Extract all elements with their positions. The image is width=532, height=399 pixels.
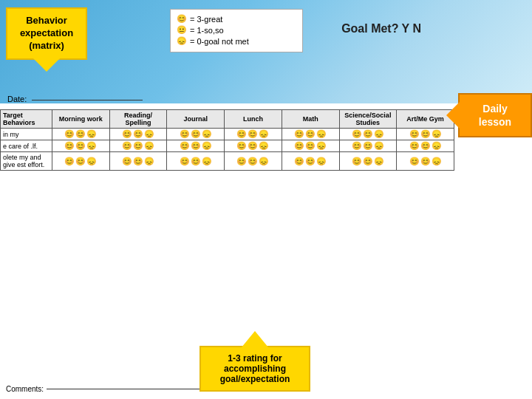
table-row: e care of .lf. 😊😊😞 😊😊😞 😊😊😞 😊😊😞 😊😊😞 😊😊😞 😊… [1, 140, 454, 152]
rating-cell: 😊😊😞 [397, 152, 454, 171]
rating-cell: 😊😊😞 [282, 129, 339, 140]
col-morning-work: Morning work [52, 110, 110, 129]
behavior-table: Target Behaviors Morning work Reading/ S… [0, 109, 454, 171]
col-target-behaviors: Target Behaviors [1, 110, 52, 129]
comments-label: Comments: [6, 385, 44, 393]
rating-cell: 😊😊😞 [167, 140, 225, 152]
rating-cell: 😊😊😞 [339, 152, 397, 171]
daily-lesson-box: Daily lesson [458, 93, 532, 137]
rating-cell: 😊😊😞 [167, 129, 225, 140]
goal-met-label: Goal Met? Y N [341, 22, 421, 35]
behavior-cell: olete my and give est effort. [1, 152, 52, 171]
col-math: Math [282, 110, 339, 129]
col-reading-spelling: Reading/ Spelling [109, 110, 167, 129]
col-science: Science/Social Studies [339, 110, 397, 129]
behavior-expectation-box: Behavior expectation (matrix) [6, 7, 87, 60]
legend-so-icon: 😐 [177, 25, 187, 35]
legend-not-met-icon: 😞 [177, 36, 187, 46]
rating-cell: 😊😊😞 [282, 140, 339, 152]
legend-so-text: = 1-so,so [190, 26, 224, 35]
rating-cell: 😊😊😞 [225, 152, 282, 171]
rating-cell: 😊😊😞 [52, 140, 110, 152]
rating-callout-box: 1-3 rating for accomplishing goal/expect… [200, 346, 310, 392]
legend-not-met-text: = 0-goal not met [190, 37, 249, 46]
rating-cell: 😊😊😞 [167, 152, 225, 171]
main-content: Behavior expectation (matrix) 😊 = 3-grea… [0, 0, 532, 399]
rating-cell: 😊😊😞 [282, 152, 339, 171]
legend-great-icon: 😊 [177, 14, 187, 24]
rating-cell: 😊😊😞 [225, 140, 282, 152]
rating-cell: 😊😊😞 [109, 129, 167, 140]
behavior-cell: e care of .lf. [1, 140, 52, 152]
legend-item-so: 😐 = 1-so,so [177, 25, 296, 35]
table-header-row: Target Behaviors Morning work Reading/ S… [1, 110, 454, 129]
behavior-cell: in my [1, 129, 52, 140]
rating-cell: 😊😊😞 [52, 129, 110, 140]
rating-cell: 😊😊😞 [52, 152, 110, 171]
daily-lesson-label: Daily lesson [479, 103, 511, 128]
rating-cell: 😊😊😞 [339, 140, 397, 152]
date-row: Date: [7, 95, 143, 103]
rating-cell: 😊😊😞 [225, 129, 282, 140]
date-label: Date: [7, 95, 27, 103]
rating-cell: 😊😊😞 [397, 129, 454, 140]
rating-cell: 😊😊😞 [397, 140, 454, 152]
legend-item-great: 😊 = 3-great [177, 14, 296, 24]
rating-callout-label: 1-3 rating for accomplishing goal/expect… [220, 353, 290, 384]
table-row: in my 😊😊😞 😊😊😞 😊😊😞 😊😊😞 😊😊😞 😊😊😞 😊😊😞 [1, 129, 454, 140]
legend-box: 😊 = 3-great 😐 = 1-so,so 😞 = 0-goal not m… [170, 9, 303, 52]
legend-great-text: = 3-great [190, 15, 222, 24]
col-lunch: Lunch [225, 110, 282, 129]
rating-cell: 😊😊😞 [339, 129, 397, 140]
rating-cell: 😊😊😞 [109, 152, 167, 171]
col-journal: Journal [167, 110, 225, 129]
rating-cell: 😊😊😞 [109, 140, 167, 152]
legend-item-not-met: 😞 = 0-goal not met [177, 36, 296, 46]
col-art: Art/Me Gym [397, 110, 454, 129]
behavior-table-container: Target Behaviors Morning work Reading/ S… [0, 109, 454, 369]
table-row: olete my and give est effort. 😊😊😞 😊😊😞 😊😊… [1, 152, 454, 171]
behavior-expectation-label: Behavior expectation (matrix) [20, 15, 73, 51]
